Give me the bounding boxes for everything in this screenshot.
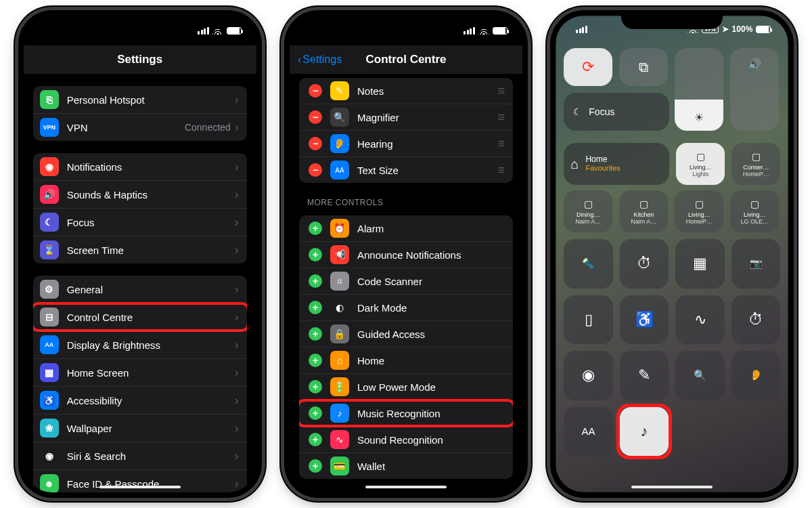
add-button[interactable]: + [309,459,322,473]
cc-row-alarm[interactable]: + ⏰ Alarm [299,215,513,241]
add-button[interactable]: + [309,248,322,261]
battery-icon [227,27,242,35]
settings-row-home-screen[interactable]: ▦ Home Screen › [33,358,247,386]
rotation-lock-tile[interactable]: ⟳ [564,48,612,86]
add-button[interactable]: + [309,274,322,288]
cc-row-notes[interactable]: − ✎ Notes ≡ [299,78,513,104]
focus-icon: ☾ [40,213,59,232]
text-size-button[interactable]: AA [564,407,613,457]
calculator-button[interactable]: ▦ [675,239,725,289]
music-recognition-button[interactable]: ♪ [620,407,669,457]
cc-row-announce[interactable]: + 📢 Announce Notifications [299,241,513,268]
sound-rec-icon: ∿ [330,430,349,449]
settings-row-focus[interactable]: ☾ Focus › [33,208,247,236]
chevron-icon: › [235,243,239,257]
add-button[interactable]: + [309,327,322,341]
magnifier-button[interactable]: 🔍 [675,351,725,400]
back-button[interactable]: ‹ Settings [298,54,342,66]
voice-memo-button[interactable]: ∿ [675,295,725,345]
reorder-grip-icon[interactable]: ≡ [497,137,503,151]
timer-button-icon: ⏱ [637,255,652,272]
settings-row-siri[interactable]: ◉ Siri & Search › [33,442,247,469]
add-button[interactable]: + [309,301,322,314]
chevron-icon: › [235,160,239,174]
notes-icon: ✎ [330,81,349,100]
location-icon: ➤ [722,24,729,34]
add-button[interactable]: + [309,354,322,367]
cc-row-dark-mode[interactable]: + ◐ Dark Mode [299,294,513,320]
remove-button[interactable]: − [309,163,322,177]
cc-row-music-rec[interactable]: + ♪ Music Recognition [299,400,513,426]
reorder-grip-icon[interactable]: ≡ [497,163,503,177]
focus-tile[interactable]: ☾ Focus [564,93,669,131]
accessory-tile-living-lg[interactable]: ▢ Living… LG OLE… [730,190,779,232]
cc-row-wallet[interactable]: + 💳 Wallet [299,452,513,479]
accessory-tile-dining[interactable]: ▢ Dining… Naim A… [564,190,612,232]
cc-row-guided[interactable]: + 🔒 Guided Access [299,320,513,347]
brightness-slider[interactable]: ☀ [675,48,723,131]
notes-button-icon: ✎ [638,366,650,384]
cc-row-text-size[interactable]: − AA Text Size ≡ [299,156,513,183]
accessory-icon: ▢ [584,198,593,209]
settings-row-personal-hotspot[interactable]: ⎘ Personal Hotspot › [33,86,247,113]
volume-icon: 🔊 [748,58,761,70]
volume-slider[interactable]: 🔊 [730,48,779,131]
settings-navbar: Settings [24,45,256,74]
settings-row-control-centre[interactable]: ⊟ Control Centre › [33,303,247,331]
chevron-icon: › [235,121,239,135]
accessory-tile-kitchen[interactable]: ▢ Kitchen Naim A… [619,190,668,232]
add-button[interactable]: + [309,221,322,235]
row-label: Display & Brightness [67,339,235,351]
notes-button[interactable]: ✎ [620,351,669,400]
settings-row-faceid[interactable]: ☻ Face ID & Passcode › [33,469,247,492]
row-label: Magnifier [357,112,497,123]
home-indicator[interactable] [365,486,447,488]
cc-row-hearing[interactable]: − 👂 Hearing ≡ [299,130,513,156]
flashlight-button[interactable]: 🔦 [564,239,613,289]
accessory-tile-living-homepod[interactable]: ▢ Living… HomeP… [675,190,723,232]
settings-content[interactable]: ⎘ Personal Hotspot › VPN VPN Connected ›… [24,74,256,492]
camera-button[interactable]: 📷 [731,239,781,289]
settings-row-accessibility[interactable]: ♿ Accessibility › [33,386,247,414]
cc-row-sound-rec[interactable]: + ∿ Sound Recognition [299,426,513,452]
add-button[interactable]: + [309,380,322,394]
home-indicator[interactable] [631,486,713,488]
stopwatch-button[interactable]: ⏱ [731,295,781,345]
home-icon: ⌂ [330,351,349,370]
siri-icon: ◉ [40,446,59,465]
settings-row-vpn[interactable]: VPN VPN Connected › [33,113,247,141]
remove-button[interactable]: − [309,84,322,98]
vpn-icon: VPN [40,118,59,137]
cc-row-magnifier[interactable]: − 🔍 Magnifier ≡ [299,104,513,130]
settings-row-general[interactable]: ⚙ General › [33,276,247,303]
accessibility-icon: ♿ [40,391,59,410]
cc-edit-content[interactable]: − ✎ Notes ≡ − 🔍 Magnifier ≡ − 👂 Hearing … [290,74,522,492]
reorder-grip-icon[interactable]: ≡ [497,84,503,98]
remove-button[interactable]: − [309,137,322,150]
remote-button[interactable]: ▯ [564,295,613,345]
row-label: Guided Access [357,329,503,340]
cc-row-home[interactable]: + ⌂ Home [299,347,513,373]
settings-row-screen-time[interactable]: ⌛ Screen Time › [33,236,247,263]
accessory-tile-living-lights[interactable]: ▢ Living… Lights [676,143,725,185]
home-indicator[interactable] [99,486,181,488]
screen-mirroring-tile[interactable]: ⧉ [619,48,668,86]
reorder-grip-icon[interactable]: ≡ [497,110,503,125]
control-centre[interactable]: VPN ➤ 100% ⟳ ⧉ ☀ 🔊 [556,16,788,492]
screen-record-button[interactable]: ◉ [564,351,613,400]
settings-row-sounds[interactable]: 🔊 Sounds & Haptics › [33,180,247,208]
cc-row-low-power[interactable]: + 🔋 Low Power Mode [299,373,513,400]
battery-icon [756,26,771,33]
accessibility-shortcut-button[interactable]: ♿ [620,295,669,345]
add-button[interactable]: + [309,406,322,420]
timer-button[interactable]: ⏱ [620,239,669,289]
accessory-tile-conser[interactable]: ▢ Conser… HomeP… [731,143,780,185]
cc-row-code-scanner[interactable]: + ⌗ Code Scanner [299,268,513,294]
remove-button[interactable]: − [309,110,322,124]
settings-row-display[interactable]: AA Display & Brightness › [33,331,247,358]
hearing-button[interactable]: 👂 [731,351,781,400]
add-button[interactable]: + [309,433,322,446]
settings-row-notifications[interactable]: ◉ Notifications › [33,153,247,180]
home-favourites-tile[interactable]: ⌂ Home Favourites [564,143,669,185]
settings-row-wallpaper[interactable]: ❀ Wallpaper › [33,414,247,442]
